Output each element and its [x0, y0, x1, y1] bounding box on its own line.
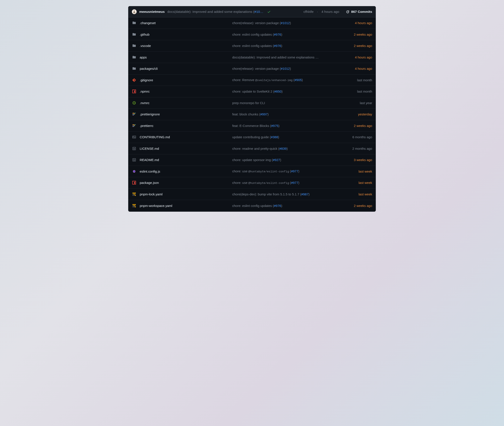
- pr-link[interactable]: #987: [301, 192, 308, 196]
- folder-icon: [132, 33, 136, 36]
- svg-rect-21: [133, 192, 133, 193]
- commit-message[interactable]: chore: readme and pretty-quick (#839): [232, 147, 349, 150]
- svg-rect-35: [135, 205, 136, 206]
- file-browser: meeusnietmeus docs(datatable): Improved …: [128, 6, 376, 212]
- file-name[interactable]: packages/cli: [140, 67, 229, 71]
- svg-rect-22: [134, 192, 134, 193]
- file-time: 2 weeks ago: [354, 33, 372, 36]
- svg-rect-4: [133, 113, 134, 113]
- pr-link[interactable]: #976: [274, 204, 281, 208]
- commit-message[interactable]: chore: update sponsor img (#927): [232, 158, 350, 162]
- file-row[interactable]: .githubchore: eslint config updates (#97…: [128, 29, 376, 40]
- git-icon: [132, 78, 136, 82]
- author-name[interactable]: meeusnietmeus: [139, 10, 165, 14]
- commit-message[interactable]: feat: E-Commerce Blocks (#975): [232, 124, 350, 128]
- file-row[interactable]: README.mdchore: update sponsor img (#927…: [128, 154, 376, 166]
- svg-rect-29: [135, 195, 136, 196]
- file-time: last month: [357, 78, 372, 82]
- commit-message[interactable]: chore: use @huntabyte/eslint-config (#97…: [232, 181, 355, 185]
- file-row[interactable]: CONTRIBUTING.mdupdate contributing guide…: [128, 131, 376, 143]
- commit-message[interactable]: prep monorepo for CLI: [232, 101, 356, 105]
- commit-time[interactable]: 4 hours ago: [322, 10, 339, 14]
- commit-message[interactable]: feat: block chunks (#997): [232, 112, 355, 116]
- commit-message[interactable]: chore: eslint config updates (#976): [232, 33, 350, 36]
- file-row[interactable]: pnpm-lock.yamlchore(deps-dev): bump vite…: [128, 189, 376, 200]
- commit-message[interactable]: chore: update to SvelteKit 2 (#850): [232, 90, 354, 93]
- pr-link[interactable]: #905: [294, 78, 302, 82]
- commit-message[interactable]: chore(release): version package (#1012): [232, 21, 351, 25]
- commit-message[interactable]: chore: use @huntabyte/eslint-config (#97…: [232, 169, 355, 173]
- commit-message[interactable]: chore(deps-dev): bump vite from 5.1.5 to…: [232, 192, 355, 196]
- svg-rect-30: [133, 204, 133, 205]
- file-row[interactable]: package.jsonchore: use @huntabyte/eslint…: [128, 177, 376, 189]
- commit-message[interactable]: chore: eslint config updates (#976): [232, 44, 350, 48]
- pr-link[interactable]: #850: [274, 90, 281, 93]
- pr-link[interactable]: #976: [274, 44, 281, 48]
- file-name[interactable]: .nvmrc: [140, 101, 229, 105]
- file-name[interactable]: .prettierrc: [140, 124, 229, 128]
- pr-link[interactable]: #839: [279, 147, 287, 150]
- file-row[interactable]: .vscodechore: eslint config updates (#97…: [128, 40, 376, 52]
- pr-link[interactable]: #977: [291, 169, 298, 173]
- file-row[interactable]: appsdocs(datatable): Improved and added …: [128, 52, 376, 63]
- file-name[interactable]: CONTRIBUTING.md: [140, 135, 229, 139]
- commit-sha[interactable]: cff44fe: [303, 10, 314, 14]
- file-name[interactable]: pnpm-workspace.yaml: [140, 204, 229, 208]
- file-name[interactable]: pnpm-lock.yaml: [140, 192, 229, 196]
- pr-link[interactable]: #975: [271, 124, 278, 128]
- pr-link[interactable]: #976: [274, 33, 281, 36]
- folder-icon: [132, 56, 136, 59]
- file-time: 2 weeks ago: [354, 124, 372, 128]
- file-name[interactable]: LICENSE.md: [140, 147, 229, 150]
- file-name[interactable]: .changeset: [140, 21, 229, 25]
- pr-link[interactable]: #997: [260, 112, 267, 116]
- folder-icon: [132, 21, 136, 25]
- commit-message[interactable]: chore(release): version package (#1012): [232, 67, 351, 71]
- author-avatar[interactable]: [132, 9, 137, 14]
- commit-message[interactable]: docs(datatable): Improved and added some…: [232, 56, 351, 59]
- npm-icon: [132, 181, 136, 185]
- commits-link[interactable]: 867 Commits: [346, 10, 372, 14]
- pr-link[interactable]: #977: [291, 181, 298, 185]
- file-row[interactable]: .changesetchore(release): version packag…: [128, 17, 376, 29]
- svg-rect-36: [133, 206, 133, 207]
- svg-rect-10: [133, 124, 134, 125]
- file-time: 4 hours ago: [355, 56, 372, 59]
- file-time: last week: [358, 181, 372, 185]
- file-name[interactable]: .vscode: [140, 44, 229, 48]
- status-check-icon[interactable]: [266, 10, 272, 14]
- commit-message[interactable]: chore: eslint config updates (#976): [232, 204, 350, 208]
- file-time: 4 hours ago: [355, 67, 372, 71]
- file-row[interactable]: eslint.config.jschore: use @huntabyte/es…: [128, 166, 376, 177]
- avatar-icon: [133, 10, 136, 13]
- commit-message[interactable]: chore: Remove @sveltejs/enhanced-img (#9…: [232, 78, 354, 82]
- pr-link[interactable]: #388: [271, 135, 278, 139]
- folder-icon: [132, 67, 136, 71]
- file-row[interactable]: pnpm-workspace.yamlchore: eslint config …: [128, 200, 376, 212]
- file-name[interactable]: eslint.config.js: [140, 170, 229, 173]
- svg-rect-25: [134, 194, 134, 195]
- file-name[interactable]: README.md: [140, 158, 229, 162]
- file-row[interactable]: packages/clichore(release): version pack…: [128, 63, 376, 75]
- file-name[interactable]: .prettierignore: [140, 112, 229, 116]
- commit-message[interactable]: update contributing guide (#388): [232, 135, 349, 139]
- file-name[interactable]: .gitignore: [140, 78, 229, 82]
- file-name[interactable]: .npmrc: [140, 90, 229, 93]
- commit-message[interactable]: docs(datatable): Improved and added some…: [167, 10, 263, 14]
- file-row[interactable]: .prettierrcfeat: E-Commerce Blocks (#975…: [128, 120, 376, 132]
- file-row[interactable]: .gitignorechore: Remove @sveltejs/enhanc…: [128, 75, 376, 86]
- pnpm-icon: [132, 204, 136, 208]
- file-row[interactable]: LICENSE.mdchore: readme and pretty-quick…: [128, 143, 376, 155]
- file-name[interactable]: apps: [140, 56, 229, 59]
- node-icon: JS: [132, 101, 136, 105]
- svg-rect-2: [134, 91, 135, 93]
- pr-link[interactable]: #1012: [281, 67, 290, 71]
- file-name[interactable]: .github: [140, 33, 229, 36]
- pr-link[interactable]: #927: [273, 158, 280, 162]
- pr-link[interactable]: #1012: [281, 21, 290, 25]
- file-name[interactable]: package.json: [140, 181, 229, 185]
- file-time: last month: [357, 90, 372, 93]
- file-row[interactable]: .npmrcchore: update to SvelteKit 2 (#850…: [128, 86, 376, 97]
- file-row[interactable]: .prettierignorefeat: block chunks (#997)…: [128, 109, 376, 120]
- file-row[interactable]: JS.nvmrcprep monorepo for CLIlast year: [128, 97, 376, 109]
